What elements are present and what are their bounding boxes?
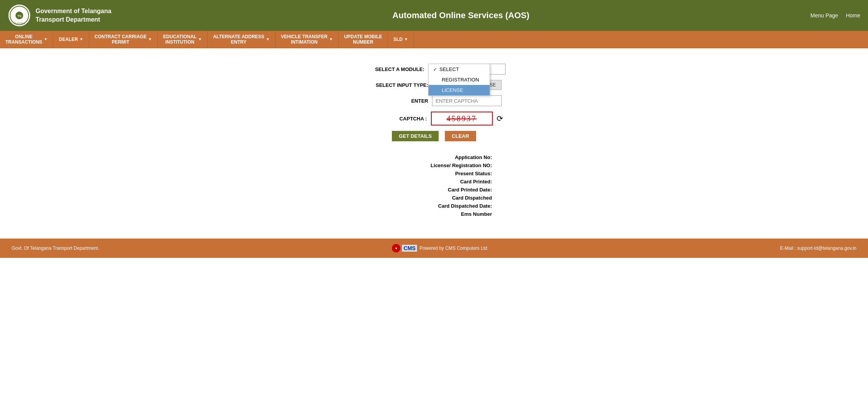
chevron-down-icon: ▼ <box>44 37 48 42</box>
svg-text:TS: TS <box>17 14 22 18</box>
chevron-down-icon: ▼ <box>329 37 333 42</box>
chevron-down-icon: ▼ <box>80 37 83 42</box>
chevron-down-icon: ▼ <box>148 37 152 42</box>
info-license-reg-no: License/ Registration NO: <box>299 163 569 168</box>
select-module-label: SELECT A MODULE: <box>363 66 424 72</box>
card-dispatched-date-value <box>492 203 569 209</box>
enter-input[interactable] <box>432 95 502 106</box>
ems-number-value <box>492 211 569 217</box>
clear-button[interactable]: CLEAR <box>445 131 476 141</box>
header-left: TS TELANGANA Government of Telangana Tra… <box>8 4 111 27</box>
card-printed-value <box>492 179 569 185</box>
svg-text:TELANGANA: TELANGANA <box>14 22 26 24</box>
license-reg-no-value <box>492 163 569 168</box>
dropdown-option-select[interactable]: ✓ SELECT <box>429 64 490 75</box>
org-name: Government of Telangana Transport Depart… <box>36 7 111 24</box>
card-printed-date-label: Card Printed Date: <box>407 187 492 193</box>
chevron-down-icon: ▼ <box>266 37 270 42</box>
powered-by-text: Powered by CMS Computers Ltd <box>419 246 487 251</box>
select-module-row: SELECT A MODULE: ✓ SELECT REGISTRATION <box>363 64 505 75</box>
chevron-down-icon: ▼ <box>404 37 408 42</box>
card-printed-label: Card Printed: <box>407 179 492 185</box>
get-details-button[interactable]: GET DETAILS <box>392 131 439 141</box>
present-status-label: Present Status: <box>407 171 492 176</box>
dropdown-option-registration[interactable]: REGISTRATION <box>429 75 490 85</box>
form-section: SELECT A MODULE: ✓ SELECT REGISTRATION <box>8 60 860 219</box>
present-status-value <box>492 171 569 176</box>
captcha-label: CAPTCHA : <box>365 116 427 122</box>
header-nav: Menu Page Home <box>810 12 860 19</box>
info-present-status: Present Status: <box>299 171 569 176</box>
home-link[interactable]: Home <box>846 12 860 19</box>
info-card-dispatched: Card Dispatched <box>299 195 569 201</box>
nav-educational-institution[interactable]: EDUCATIONALINSTITUTION ▼ <box>158 31 208 48</box>
application-no-value <box>492 154 569 160</box>
card-printed-date-value <box>492 187 569 193</box>
info-ems-number: Ems Number <box>299 211 569 217</box>
info-application-no: Application No: <box>299 154 569 160</box>
application-no-label: Application No: <box>407 154 492 160</box>
footer-email: E-Mail : support-td@telangana.gov.in <box>780 246 856 251</box>
ems-number-label: Ems Number <box>407 211 492 217</box>
card-dispatched-date-label: Card Dispatched Date: <box>407 203 492 209</box>
menu-page-link[interactable]: Menu Page <box>810 12 838 19</box>
nav-sld[interactable]: SLD ▼ <box>388 31 414 48</box>
info-card-printed-date: Card Printed Date: <box>299 187 569 193</box>
nav-vehicle-transfer-intimation[interactable]: VEHICLE TRANSFERINTIMATION ▼ <box>276 31 339 48</box>
app-title: Automated Online Services (AOS) <box>111 10 810 20</box>
module-dropdown-menu: ✓ SELECT REGISTRATION LICENSE <box>428 64 490 96</box>
enter-row: ENTER <box>366 95 502 106</box>
module-dropdown-wrapper[interactable]: ✓ SELECT REGISTRATION LICENSE <box>428 64 505 75</box>
cms-brand-text: CMS <box>402 245 417 252</box>
nav-alternate-address-entry[interactable]: ALTERNATE ADDRESSENTRY ▼ <box>208 31 275 48</box>
header: TS TELANGANA Government of Telangana Tra… <box>0 0 868 31</box>
refresh-captcha-icon[interactable]: ⟳ <box>497 114 503 123</box>
info-section: Application No: License/ Registration NO… <box>299 154 569 219</box>
cms-logo: ● CMS <box>392 244 417 252</box>
info-card-printed: Card Printed: <box>299 179 569 185</box>
main-navbar: ONLINETRANSACTIONS ▼ DEALER ▼ CONTRACT C… <box>0 31 868 48</box>
nav-contract-carriage-permit[interactable]: CONTRACT CARRIAGEPERMIT ▼ <box>89 31 158 48</box>
card-dispatched-value <box>492 195 569 201</box>
telangana-emblem-icon: TS TELANGANA <box>8 4 31 27</box>
nav-dealer[interactable]: DEALER ▼ <box>53 31 89 48</box>
captcha-row: CAPTCHA : 458937 ⟳ <box>365 112 503 125</box>
enter-label: ENTER <box>366 98 428 104</box>
chevron-down-icon: ▼ <box>198 37 202 42</box>
card-dispatched-label: Card Dispatched <box>407 195 492 201</box>
main-content: SELECT A MODULE: ✓ SELECT REGISTRATION <box>0 48 868 231</box>
footer: Govt. Of Telangana Transport Department.… <box>0 239 868 258</box>
nav-online-transactions[interactable]: ONLINETRANSACTIONS ▼ <box>0 31 53 48</box>
select-input-type-label: SELECT INPUT TYPE: <box>366 82 428 88</box>
license-reg-no-label: License/ Registration NO: <box>407 163 492 168</box>
dropdown-option-license[interactable]: LICENSE <box>429 85 490 95</box>
check-icon: ✓ <box>433 67 437 72</box>
cms-circle-icon: ● <box>392 244 400 252</box>
action-buttons-row: GET DETAILS CLEAR <box>392 131 476 141</box>
footer-left-text: Govt. Of Telangana Transport Department. <box>12 246 99 251</box>
captcha-display: 458937 <box>431 112 493 125</box>
nav-update-mobile-number[interactable]: UPDATE MOBILENUMBER <box>339 31 388 48</box>
info-card-dispatched-date: Card Dispatched Date: <box>299 203 569 209</box>
footer-center: ● CMS Powered by CMS Computers Ltd <box>392 244 487 252</box>
